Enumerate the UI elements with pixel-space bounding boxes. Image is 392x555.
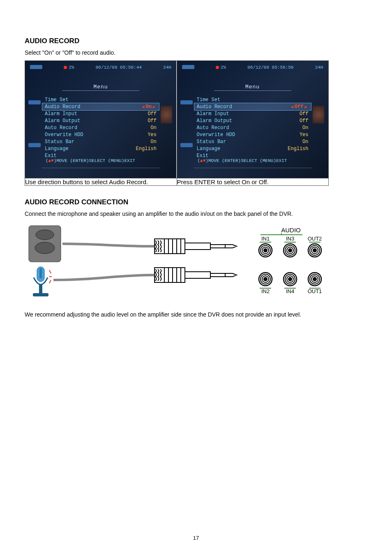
audio-connection-diagram: AUDIO IN1IN3OUT2IN2IN4OUT1 bbox=[25, 222, 329, 301]
menu-row-auto-record: Auto RecordOn bbox=[42, 124, 159, 131]
svg-text:OUT1: OUT1 bbox=[308, 288, 322, 294]
menu-row-auto-record: Auto RecordOn bbox=[194, 124, 311, 131]
mic-icon bbox=[33, 267, 52, 296]
svg-text:IN2: IN2 bbox=[261, 288, 270, 294]
svg-rect-5 bbox=[39, 284, 42, 294]
menu-row-alarm-output: Alarm OutputOff bbox=[194, 117, 311, 124]
menu-row-audio-record: Audio Record◀Off▶ bbox=[194, 103, 311, 110]
svg-rect-7 bbox=[164, 239, 185, 254]
menu-row-time-set: Time Set bbox=[194, 96, 311, 103]
svg-rect-14 bbox=[164, 268, 185, 282]
svg-rect-13 bbox=[210, 245, 225, 248]
menu-row-status-bar: Status BarOn bbox=[42, 138, 159, 145]
dvr-datetime: 06/12/08 05:58:44 bbox=[96, 65, 142, 70]
svg-text:IN1: IN1 bbox=[261, 236, 270, 242]
svg-rect-19 bbox=[185, 272, 210, 278]
dvr-menu-title: Menu bbox=[177, 84, 328, 90]
connection-para-1: Connect the microphone and speaker using… bbox=[25, 210, 367, 218]
audio-cable-bottom bbox=[53, 275, 154, 280]
dvr-mode: 24H bbox=[163, 65, 171, 70]
dvr-mode: 24H bbox=[315, 65, 323, 70]
menu-row-overwrite-hdd: Overwrite HDDYes bbox=[194, 131, 311, 138]
dvr-screenshot-left: 2%06/12/08 05:58:4424HMenuTime SetAudio … bbox=[25, 61, 176, 178]
menu-row-alarm-output: Alarm OutputOff bbox=[42, 117, 159, 124]
svg-rect-12 bbox=[185, 243, 210, 250]
screenshot-caption-right: Press ENTER to select On or Off. bbox=[177, 178, 329, 186]
screenshot-pair-table: 2%06/12/08 05:58:4424HMenuTime SetAudio … bbox=[25, 60, 329, 186]
dvr-screenshot-right: 2%06/12/08 05:58:5024HMenuTime SetAudio … bbox=[177, 61, 328, 178]
dvr-hint: (▲▼)MOVE (ENTER)SELECT (MENU)EXIT bbox=[46, 158, 135, 163]
speaker-icon bbox=[29, 226, 61, 262]
menu-row-alarm-input: Alarm InputOff bbox=[194, 110, 311, 117]
dvr-hint: (▲▼)MOVE (ENTER)SELECT (MENU)EXIT bbox=[198, 158, 287, 163]
svg-point-57 bbox=[313, 278, 316, 281]
svg-text:IN4: IN4 bbox=[286, 288, 294, 294]
rca-plug-icon bbox=[154, 268, 237, 282]
svg-point-27 bbox=[264, 249, 267, 252]
menu-row-alarm-input: Alarm InputOff bbox=[42, 110, 159, 117]
menu-row-language: LanguageEnglish bbox=[42, 145, 159, 152]
recording-indicator: 2% bbox=[64, 65, 74, 70]
audio-cable-top bbox=[62, 244, 154, 246]
recording-indicator: 2% bbox=[216, 65, 226, 70]
menu-row-overwrite-hdd: Overwrite HDDYes bbox=[42, 131, 159, 138]
dvr-datetime: 06/12/08 05:58:50 bbox=[247, 65, 293, 70]
section-heading-audio-record: AUDIO RECORD bbox=[25, 37, 367, 45]
section-intro: Select "On" or "Off" to record audio. bbox=[25, 49, 367, 57]
rca-plug-icon bbox=[154, 239, 237, 254]
page-number: 17 bbox=[193, 535, 199, 541]
connection-para-2: We recommend adjusting the audio level o… bbox=[25, 310, 367, 319]
dvr-audio-panel: AUDIO IN1IN3OUT2IN2IN4OUT1 bbox=[254, 226, 328, 298]
svg-text:IN3: IN3 bbox=[286, 236, 294, 242]
dvr-logo-icon bbox=[182, 65, 194, 69]
menu-row-status-bar: Status BarOn bbox=[194, 138, 311, 145]
menu-row-audio-record: Audio Record◀On▶ bbox=[42, 103, 159, 110]
svg-text:OUT2: OUT2 bbox=[308, 236, 322, 242]
svg-point-45 bbox=[264, 278, 267, 281]
panel-title: AUDIO bbox=[281, 227, 301, 234]
svg-point-39 bbox=[313, 249, 316, 252]
svg-point-33 bbox=[288, 249, 292, 252]
svg-point-51 bbox=[288, 278, 292, 281]
svg-rect-4 bbox=[39, 268, 42, 278]
menu-row-language: LanguageEnglish bbox=[194, 145, 311, 152]
screenshot-caption-left: Use direction buttons to select Audio Re… bbox=[25, 178, 177, 186]
dvr-logo-icon bbox=[30, 65, 42, 69]
svg-rect-6 bbox=[33, 293, 48, 296]
section-heading-connection: AUDIO RECORD CONNECTION bbox=[25, 198, 367, 206]
menu-row-time-set: Time Set bbox=[42, 96, 159, 103]
svg-rect-20 bbox=[210, 273, 225, 277]
svg-point-2 bbox=[35, 242, 55, 254]
svg-point-1 bbox=[36, 230, 54, 240]
dvr-menu-title: Menu bbox=[25, 84, 176, 90]
